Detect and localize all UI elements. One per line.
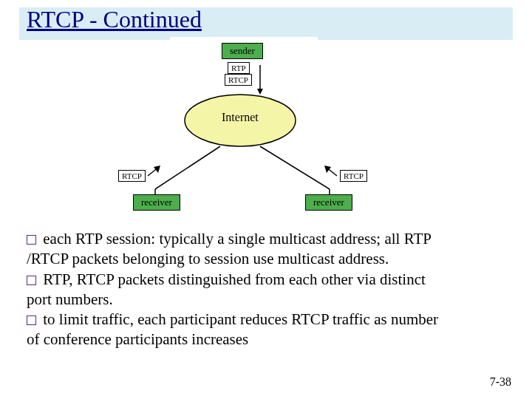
bullet-icon — [27, 276, 36, 285]
bullet-icon — [27, 316, 36, 325]
sender-node: sender — [222, 43, 263, 59]
rtcp-label-left: RTCP — [118, 170, 146, 182]
rtp-label-box: RTP — [228, 62, 250, 74]
svg-marker-10 — [324, 166, 331, 173]
bullet-2-line-2: port numbers. — [27, 290, 113, 308]
svg-line-5 — [260, 146, 330, 189]
slide: RTCP - Continued sender RTP RTCP Interne… — [0, 0, 532, 399]
internet-cloud-label: Internet — [222, 111, 259, 124]
body-text: each RTP session: typically a single mul… — [27, 229, 507, 350]
svg-line-3 — [155, 146, 220, 189]
page-number: 7-38 — [490, 375, 511, 389]
slide-title: RTCP - Continued — [27, 6, 202, 33]
svg-marker-8 — [154, 166, 160, 173]
receiver-node-left: receiver — [133, 194, 180, 211]
network-diagram: sender RTP RTCP Internet — [111, 43, 421, 220]
bullet-3-line-2: of conference participants increases — [27, 330, 248, 348]
rtcp-label-right: RTCP — [340, 170, 367, 182]
rtcp-label-top: RTCP — [225, 74, 252, 86]
receiver-node-right: receiver — [305, 194, 352, 211]
bullet-1-line-2: /RTCP packets belonging to session use m… — [27, 250, 389, 267]
bullet-2-line-1: RTP, RTCP packets distinguished from eac… — [43, 270, 426, 288]
bullet-3-line-1: to limit traffic, each participant reduc… — [43, 310, 438, 328]
bullet-icon — [27, 235, 36, 245]
bullet-1-line-1: each RTP session: typically a single mul… — [43, 230, 432, 248]
